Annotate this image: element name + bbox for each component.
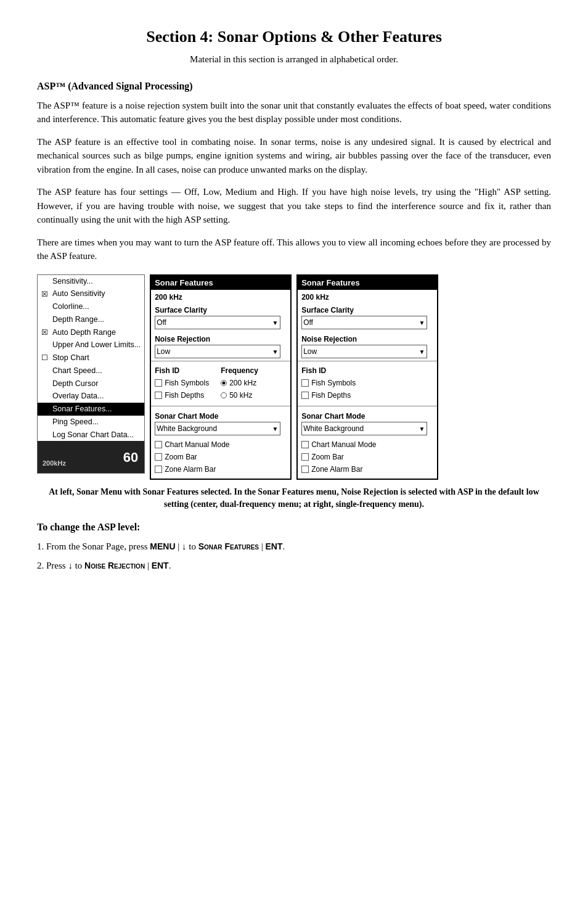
center-chart-manual-mode-row[interactable]: Chart Manual Mode	[155, 439, 287, 450]
right-chart-mode-arrow: ▼	[419, 424, 425, 434]
center-fish-depths-checkbox[interactable]	[155, 392, 162, 399]
left-menu-panel: Sensitivity... ☒ Auto Sensitivity Colorl…	[37, 274, 145, 474]
ping-speed-spacer	[41, 416, 50, 427]
center-surface-clarity-dropdown[interactable]: Off ▼	[155, 316, 280, 329]
center-freq-50-radio[interactable]	[221, 392, 227, 398]
step1-ent-key: ENT	[266, 541, 283, 551]
asp-paragraph-2: The ASP feature is an effective tool in …	[37, 135, 551, 177]
menu-item-depth-range[interactable]: Depth Range...	[38, 313, 144, 326]
page-title: Section 4: Sonar Options & Other Feature…	[37, 25, 551, 49]
menu-item-auto-depth[interactable]: ☒ Auto Depth Range	[38, 326, 144, 339]
right-fish-symbols-checkbox[interactable]	[301, 379, 309, 387]
center-zone-alarm-checkbox[interactable]	[155, 466, 162, 473]
bottom-number: 60	[123, 447, 138, 467]
right-noise-rejection-dropdown[interactable]: Low ▼	[301, 345, 427, 358]
center-freq-200-row[interactable]: 200 kHz	[221, 377, 287, 389]
center-freq-200-label: 200 kHz	[229, 377, 256, 389]
depth-cursor-label: Depth Cursor	[52, 378, 98, 390]
center-freq-col: Frequency 200 kHz 50 kHz	[221, 365, 287, 402]
right-fish-symbols-label: Fish Symbols	[311, 377, 356, 389]
center-fish-depths-label: Fish Depths	[165, 390, 204, 401]
center-chart-mode-value: White Background	[157, 423, 217, 434]
right-fish-depths-checkbox[interactable]	[301, 392, 309, 399]
auto-sensitivity-check: ☒	[41, 289, 50, 300]
center-zoom-bar-checkbox[interactable]	[155, 453, 162, 461]
center-chart-manual-checkbox[interactable]	[155, 441, 162, 448]
right-zoom-bar-checkbox[interactable]	[301, 453, 309, 461]
center-freq-50-row[interactable]: 50 kHz	[221, 390, 287, 401]
center-fish-symbols-row[interactable]: Fish Symbols	[155, 377, 221, 389]
auto-depth-label: Auto Depth Range	[52, 327, 116, 339]
center-bottom-checks: Chart Manual Mode Zoom Bar Zone Alarm Ba…	[151, 438, 290, 479]
menu-item-colorline[interactable]: Colorline...	[38, 300, 144, 313]
log-sonar-spacer	[41, 429, 50, 440]
sensitivity-spacer	[41, 276, 50, 287]
center-chart-mode-arrow: ▼	[272, 424, 279, 434]
right-panel-title: Sonar Features	[298, 276, 437, 290]
center-freq-50-label: 50 kHz	[229, 390, 252, 401]
chart-speed-spacer	[41, 365, 50, 376]
right-zoom-bar-label: Zoom Bar	[311, 451, 344, 463]
depth-range-spacer	[41, 314, 50, 325]
menu-item-sensitivity[interactable]: Sensitivity...	[38, 275, 144, 288]
right-fish-id-title: Fish ID	[301, 365, 433, 376]
center-chart-manual-label: Chart Manual Mode	[165, 439, 229, 450]
sonar-features-label: Sonar Features...	[52, 403, 112, 415]
menu-item-sonar-features[interactable]: Sonar Features...	[38, 403, 144, 416]
right-zone-alarm-checkbox[interactable]	[301, 466, 309, 473]
right-surface-clarity-dropdown[interactable]: Off ▼	[301, 316, 427, 329]
right-noise-rejection-label: Noise Rejection	[298, 332, 437, 345]
center-zoom-bar-label: Zoom Bar	[165, 451, 197, 463]
chart-speed-label: Chart Speed...	[52, 365, 102, 377]
menu-item-depth-cursor[interactable]: Depth Cursor	[38, 377, 144, 390]
menu-item-log-sonar[interactable]: Log Sonar Chart Data...	[38, 429, 144, 442]
menu-item-overlay-data[interactable]: Overlay Data...	[38, 390, 144, 403]
center-freq-200-radio[interactable]	[221, 380, 227, 386]
right-zone-alarm-row[interactable]: Zone Alarm Bar	[301, 464, 433, 475]
upper-lower-spacer	[41, 340, 50, 351]
center-fish-symbols-checkbox[interactable]	[155, 379, 162, 387]
right-zone-alarm-label: Zone Alarm Bar	[311, 464, 362, 475]
figures-caption: At left, Sonar Menu with Sonar Features …	[37, 486, 551, 510]
step2-ent-key: ENT	[152, 561, 169, 570]
center-noise-rejection-arrow: ▼	[272, 347, 279, 356]
menu-item-upper-lower[interactable]: Upper And Lower Limits...	[38, 339, 144, 352]
menu-bottom-display: 200kHz 60	[38, 441, 144, 473]
right-surface-clarity-value: Off	[303, 317, 313, 328]
center-zoom-bar-row[interactable]: Zoom Bar	[155, 451, 287, 463]
menu-item-auto-sensitivity[interactable]: ☒ Auto Sensitivity	[38, 287, 144, 300]
asp-heading: ASP™ (Advanced Signal Processing)	[37, 79, 551, 94]
menu-item-chart-speed[interactable]: Chart Speed...	[38, 364, 144, 377]
center-zone-alarm-row[interactable]: Zone Alarm Bar	[155, 464, 287, 475]
center-sonar-panel: Sonar Features 200 kHz Surface Clarity O…	[150, 274, 292, 480]
log-sonar-label: Log Sonar Chart Data...	[52, 429, 134, 441]
stop-chart-label: Stop Chart	[52, 352, 89, 364]
menu-item-stop-chart[interactable]: ☐ Stop Chart	[38, 352, 144, 364]
right-fish-depths-row[interactable]: Fish Depths	[301, 390, 433, 401]
overlay-data-label: Overlay Data...	[52, 390, 104, 402]
instruction-step-2: 2. Press ↓ to Noise Rejection | ENT.	[37, 559, 551, 573]
right-fish-depths-label: Fish Depths	[311, 390, 351, 401]
asp-paragraph-1: The ASP™ feature is a noise rejection sy…	[37, 99, 551, 126]
right-chart-manual-mode-row[interactable]: Chart Manual Mode	[301, 439, 433, 450]
center-noise-rejection-dropdown[interactable]: Low ▼	[155, 345, 280, 358]
right-chart-mode-value: White Background	[303, 423, 364, 434]
overlay-data-spacer	[41, 391, 50, 402]
center-chart-mode-dropdown[interactable]: White Background ▼	[155, 422, 280, 435]
right-surface-clarity-arrow: ▼	[419, 318, 425, 327]
right-chart-manual-checkbox[interactable]	[301, 441, 309, 448]
center-fish-depths-row[interactable]: Fish Depths	[155, 390, 221, 401]
sonar-features-spacer	[41, 403, 50, 414]
page-subtitle: Material in this section is arranged in …	[37, 52, 551, 67]
stop-chart-check: ☐	[41, 352, 50, 363]
instruction-heading: To change the ASP level:	[37, 520, 551, 535]
right-fish-col: Fish ID Fish Symbols Fish Depths	[301, 365, 433, 402]
center-fish-id-title: Fish ID	[155, 365, 221, 376]
right-fish-symbols-row[interactable]: Fish Symbols	[301, 377, 433, 389]
center-noise-rejection-label: Noise Rejection	[151, 332, 290, 345]
center-noise-rejection-value: Low	[157, 346, 170, 357]
menu-item-ping-speed[interactable]: Ping Speed...	[38, 416, 144, 429]
right-chart-mode-dropdown[interactable]: White Background ▼	[301, 422, 427, 435]
freq-badge: 200kHz	[43, 458, 66, 469]
right-zoom-bar-row[interactable]: Zoom Bar	[301, 451, 433, 463]
